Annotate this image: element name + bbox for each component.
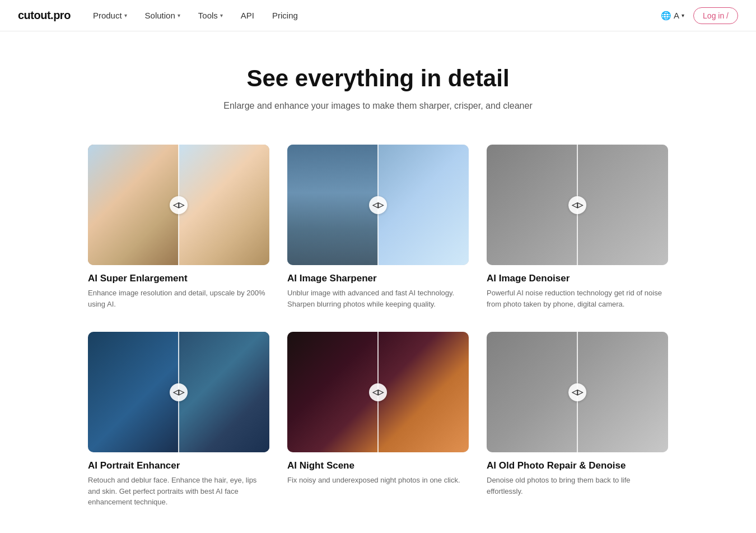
- nav-solution-label: Solution: [145, 11, 175, 20]
- card-image-2: ◁▷: [287, 145, 469, 265]
- card-desc-6: Denoise old photos to bring them back to…: [487, 475, 668, 497]
- card-title-5: AI Night Scene: [287, 460, 469, 471]
- nav-product[interactable]: Product ▾: [93, 11, 127, 20]
- card-desc-1: Enhance image resolution and detail, ups…: [88, 288, 269, 309]
- card-ai-night-scene[interactable]: ◁▷ AI Night Scene Fix noisy and underexp…: [287, 332, 469, 508]
- card-image-5: ◁▷: [287, 332, 469, 452]
- card-ai-portrait-enhancer[interactable]: ◁▷ AI Portrait Enhancer Retouch and debl…: [88, 332, 269, 508]
- card-image-6: ◁▷: [487, 332, 668, 452]
- card-desc-3: Powerful AI noise reduction technology g…: [487, 288, 668, 309]
- hero-section: See everything in detail Enlarge and enh…: [0, 31, 756, 133]
- nav-api-label: API: [241, 11, 254, 20]
- language-label: A: [674, 11, 679, 20]
- nav-solution[interactable]: Solution ▾: [145, 11, 180, 20]
- slider-handle[interactable]: ◁▷: [170, 196, 188, 214]
- language-icon: 🌐: [661, 11, 671, 21]
- card-ai-super-enlargement[interactable]: ◁▷ AI Super Enlargement Enhance image re…: [88, 145, 269, 309]
- nav-tools-label: Tools: [198, 11, 218, 20]
- chevron-down-icon: ▾: [682, 12, 684, 18]
- card-title-3: AI Image Denoiser: [487, 273, 668, 284]
- card-desc-5: Fix noisy and underexposed night photos …: [287, 475, 469, 486]
- card-ai-image-denoiser[interactable]: ◁▷ AI Image Denoiser Powerful AI noise r…: [487, 145, 668, 309]
- nav-links: Product ▾ Solution ▾ Tools ▾ API Pricing: [93, 11, 661, 20]
- chevron-down-icon: ▾: [220, 12, 223, 18]
- slider-handle[interactable]: ◁▷: [568, 383, 586, 401]
- language-selector[interactable]: 🌐 A ▾: [661, 11, 684, 21]
- cards-grid: ◁▷ AI Super Enlargement Enhance image re…: [70, 133, 686, 533]
- card-image-3: ◁▷: [487, 145, 668, 265]
- hero-subtitle: Enlarge and enhance your images to make …: [11, 101, 745, 111]
- login-button[interactable]: Log in /: [693, 7, 738, 24]
- nav-pricing[interactable]: Pricing: [272, 11, 298, 20]
- nav-right: 🌐 A ▾ Log in /: [661, 7, 738, 24]
- card-ai-old-photo-repair[interactable]: ◁▷ AI Old Photo Repair & Denoise Denoise…: [487, 332, 668, 508]
- navbar: cutout.pro Product ▾ Solution ▾ Tools ▾ …: [0, 0, 756, 31]
- chevron-down-icon: ▾: [124, 12, 127, 18]
- card-title-1: AI Super Enlargement: [88, 273, 269, 284]
- slider-handle[interactable]: ◁▷: [170, 383, 188, 401]
- card-desc-4: Retouch and deblur face. Enhance the hai…: [88, 475, 269, 508]
- slider-handle[interactable]: ◁▷: [568, 196, 586, 214]
- card-title-2: AI Image Sharpener: [287, 273, 469, 284]
- slider-handle[interactable]: ◁▷: [369, 383, 387, 401]
- slider-handle[interactable]: ◁▷: [369, 196, 387, 214]
- logo[interactable]: cutout.pro: [18, 9, 71, 22]
- nav-tools[interactable]: Tools ▾: [198, 11, 223, 20]
- card-title-6: AI Old Photo Repair & Denoise: [487, 460, 668, 471]
- card-image-1: ◁▷: [88, 145, 269, 265]
- chevron-down-icon: ▾: [178, 12, 180, 18]
- card-desc-2: Unblur image with advanced and fast AI t…: [287, 288, 469, 309]
- nav-product-label: Product: [93, 11, 122, 20]
- nav-api[interactable]: API: [241, 11, 254, 20]
- hero-title: See everything in detail: [11, 65, 745, 92]
- nav-pricing-label: Pricing: [272, 11, 298, 20]
- card-title-4: AI Portrait Enhancer: [88, 460, 269, 471]
- card-image-4: ◁▷: [88, 332, 269, 452]
- card-ai-image-sharpener[interactable]: ◁▷ AI Image Sharpener Unblur image with …: [287, 145, 469, 309]
